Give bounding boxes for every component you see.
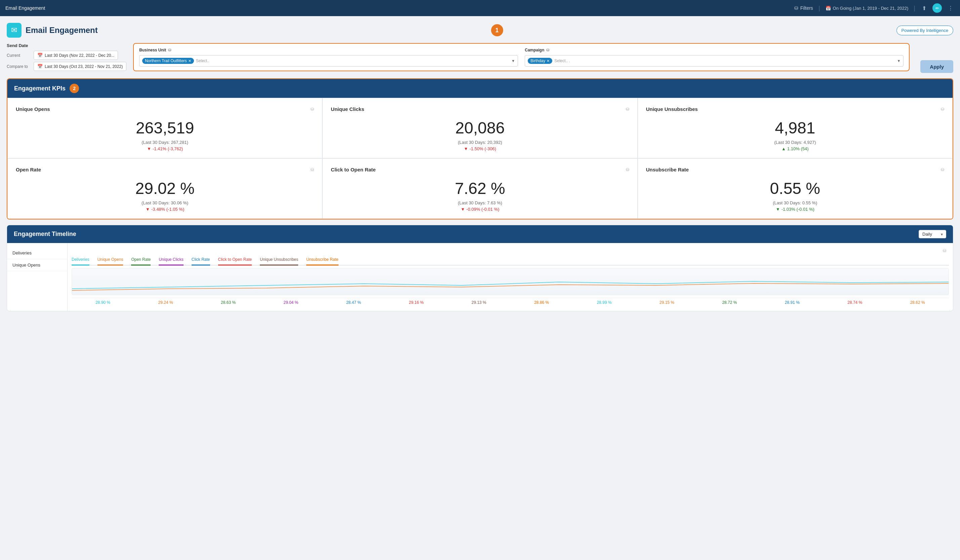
chart-num-11: 28.72 % xyxy=(698,298,761,307)
topbar-icons: ⬆ ✏ ⋮ xyxy=(921,3,955,13)
tab-unique-clicks[interactable]: Unique Clicks xyxy=(158,254,183,266)
kpi-unique-opens-filter[interactable]: ⛁ xyxy=(310,107,314,112)
apply-button[interactable]: Apply xyxy=(920,60,953,73)
chart-num-8: 28.86 % xyxy=(510,298,573,307)
edit-button[interactable]: ✏ xyxy=(933,3,942,13)
kpi-open-rate-change: ▼ -3.48% (-1.05 %) xyxy=(16,207,314,212)
filter-section: Send Date Current 📅 Last 30 Days (Nov 22… xyxy=(7,43,953,73)
kpi-unique-clicks-title: Unique Clicks xyxy=(331,106,364,112)
filter-icon: ⛁ xyxy=(794,5,798,11)
kpi-click-to-open-rate-header: Click to Open Rate ⛁ xyxy=(331,167,629,173)
tab-unique-unsubscribes[interactable]: Unique Unsubscribes xyxy=(260,254,298,266)
step1-circle: 1 xyxy=(491,24,503,36)
kpi-unique-unsubscribes: Unique Unsubscribes ⛁ 4,981 (Last 30 Day… xyxy=(638,98,953,158)
kpi-click-to-open-rate-filter[interactable]: ⛁ xyxy=(626,167,629,172)
business-unit-select[interactable]: Northern Trail Outfitters ✕ Select.. ▼ xyxy=(139,55,518,67)
more-options-button[interactable]: ⋮ xyxy=(947,4,955,13)
tab-unique-opens[interactable]: Unique Opens xyxy=(98,254,123,266)
current-date-value: Last 30 Days (Nov 22, 2022 - Dec 20... xyxy=(45,53,114,58)
chart-num-14: 28.62 % xyxy=(886,298,949,307)
down-arrow-icon2: ▼ xyxy=(464,146,468,151)
calendar-icon: 📅 xyxy=(826,6,831,11)
compare-date-value: Last 30 Days (Oct 23, 2022 - Nov 21, 202… xyxy=(45,64,123,69)
chart-num-9: 28.99 % xyxy=(573,298,635,307)
business-unit-label-text: Business Unit xyxy=(139,48,166,53)
powered-by-button[interactable]: Powered By Intelligence xyxy=(896,26,953,35)
kpi-click-to-open-rate-change: ▼ -0.09% (-0.01 %) xyxy=(331,207,629,212)
chart-num-2: 29.24 % xyxy=(134,298,197,307)
kpi-section: Engagement KPIs 2 Unique Opens ⛁ 263,519… xyxy=(7,78,953,219)
tab-open-rate[interactable]: Open Rate xyxy=(131,254,150,266)
chart-num-13: 28.74 % xyxy=(824,298,886,307)
filters-button[interactable]: ⛁ Filters xyxy=(794,5,813,11)
sidebar-item-unique-opens[interactable]: Unique Opens xyxy=(7,259,67,271)
down-arrow-icon5: ▼ xyxy=(776,207,780,212)
kpi-unique-opens-change: ▼ -1.41% (-3,762) xyxy=(16,146,314,151)
sidebar-item-deliveries[interactable]: Deliveries xyxy=(7,247,67,259)
calendar-icon-compare: 📅 xyxy=(37,64,43,69)
current-date-input[interactable]: 📅 Last 30 Days (Nov 22, 2022 - Dec 20... xyxy=(34,51,118,60)
compare-label: Compare to xyxy=(7,64,31,69)
kpi-click-to-open-rate: Click to Open Rate ⛁ 7.62 % (Last 30 Day… xyxy=(322,158,637,219)
kpi-unique-clicks-filter[interactable]: ⛁ xyxy=(626,107,629,112)
kpi-open-rate-header: Open Rate ⛁ xyxy=(16,167,314,173)
main-content: ✉ Email Engagement 1 Powered By Intellig… xyxy=(0,16,960,560)
kpi-unique-clicks-value: 20,086 xyxy=(331,118,629,137)
page-header: ✉ Email Engagement 1 Powered By Intellig… xyxy=(7,23,953,38)
campaign-placeholder: Select.. . xyxy=(554,59,570,63)
kpi-grid: Unique Opens ⛁ 263,519 (Last 30 Days: 26… xyxy=(7,98,953,219)
kpi-open-rate-title: Open Rate xyxy=(16,167,41,173)
campaign-label: Campaign ⛁ xyxy=(525,48,904,53)
topbar-left: Email Engagement xyxy=(5,5,45,11)
kpi-unsubscribe-rate-value: 0.55 % xyxy=(646,179,944,198)
kpi-unique-opens-compare: (Last 30 Days: 267,281) xyxy=(16,140,314,145)
kpi-open-rate-compare: (Last 30 Days: 30.06 %) xyxy=(16,200,314,205)
granularity-select[interactable]: Daily Weekly Monthly xyxy=(918,230,946,238)
granularity-select-wrap[interactable]: Daily Weekly Monthly xyxy=(918,230,946,238)
business-unit-tag-text: Northern Trail Outfitters xyxy=(145,59,187,63)
current-date-row: Current 📅 Last 30 Days (Nov 22, 2022 - D… xyxy=(7,51,126,60)
tab-unsubscribe-rate[interactable]: Unsubscribe Rate xyxy=(306,254,338,266)
filters-label: Filters xyxy=(800,5,813,11)
down-arrow-icon: ▼ xyxy=(147,146,151,151)
down-arrow-icon3: ▼ xyxy=(146,207,150,212)
up-arrow-icon: ▲ xyxy=(781,146,786,151)
timeline-main: ⛁ Deliveries Unique Opens Open Rate Uniq… xyxy=(67,243,953,311)
campaign-label-text: Campaign xyxy=(525,48,544,53)
business-unit-label: Business Unit ⛁ xyxy=(139,48,518,53)
page-header-left: ✉ Email Engagement xyxy=(7,23,98,38)
kpi-open-rate-filter[interactable]: ⛁ xyxy=(310,167,314,172)
kpi-unique-opens-title: Unique Opens xyxy=(16,106,50,112)
kpi-unique-opens-header: Unique Opens ⛁ xyxy=(16,106,314,112)
compare-date-input[interactable]: 📅 Last 30 Days (Oct 23, 2022 - Nov 21, 2… xyxy=(34,62,126,71)
send-date-label: Send Date xyxy=(7,43,126,48)
business-unit-group: Business Unit ⛁ Northern Trail Outfitter… xyxy=(139,48,518,67)
business-unit-tag-remove[interactable]: ✕ xyxy=(188,59,191,63)
chart-num-1: 28.90 % xyxy=(72,298,134,307)
separator2: | xyxy=(914,5,915,12)
campaign-tag-remove[interactable]: ✕ xyxy=(547,59,550,63)
campaign-group: Campaign ⛁ Birthday ✕ Select.. . ▼ xyxy=(525,48,904,67)
kpi-unsubscribe-rate-filter[interactable]: ⛁ xyxy=(941,167,944,172)
tab-deliveries[interactable]: Deliveries xyxy=(72,254,90,266)
chart-filter-icon[interactable]: ⛁ xyxy=(72,247,949,254)
kpi-unique-unsubscribes-change: ▲ 1.10% (54) xyxy=(646,146,944,151)
kpi-unique-unsubscribes-header: Unique Unsubscribes ⛁ xyxy=(646,106,944,112)
tab-click-to-open-rate[interactable]: Click to Open Rate xyxy=(218,254,252,266)
kpi-unique-unsubscribes-filter[interactable]: ⛁ xyxy=(941,107,944,112)
kpi-unsubscribe-rate: Unsubscribe Rate ⛁ 0.55 % (Last 30 Days:… xyxy=(638,158,953,219)
kpi-click-to-open-rate-compare: (Last 30 Days: 7.63 %) xyxy=(331,200,629,205)
kpi-unsubscribe-rate-title: Unsubscribe Rate xyxy=(646,167,689,173)
share-button[interactable]: ⬆ xyxy=(921,4,928,13)
kpi-unique-opens-value: 263,519 xyxy=(16,118,314,137)
current-label: Current xyxy=(7,53,31,58)
chart-num-5: 28.47 % xyxy=(322,298,385,307)
kpi-click-to-open-rate-title: Click to Open Rate xyxy=(331,167,376,173)
kpi-unique-clicks-compare: (Last 30 Days: 20,392) xyxy=(331,140,629,145)
tab-click-rate[interactable]: Click Rate xyxy=(192,254,210,266)
chart-num-7: 29.13 % xyxy=(448,298,510,307)
date-range-text: On Going (Jan 1, 2019 - Dec 21, 2022) xyxy=(833,6,909,11)
campaign-select[interactable]: Birthday ✕ Select.. . ▼ xyxy=(525,55,904,67)
kpi-unique-unsubscribes-value: 4,981 xyxy=(646,118,944,137)
chart-num-4: 29.04 % xyxy=(259,298,322,307)
